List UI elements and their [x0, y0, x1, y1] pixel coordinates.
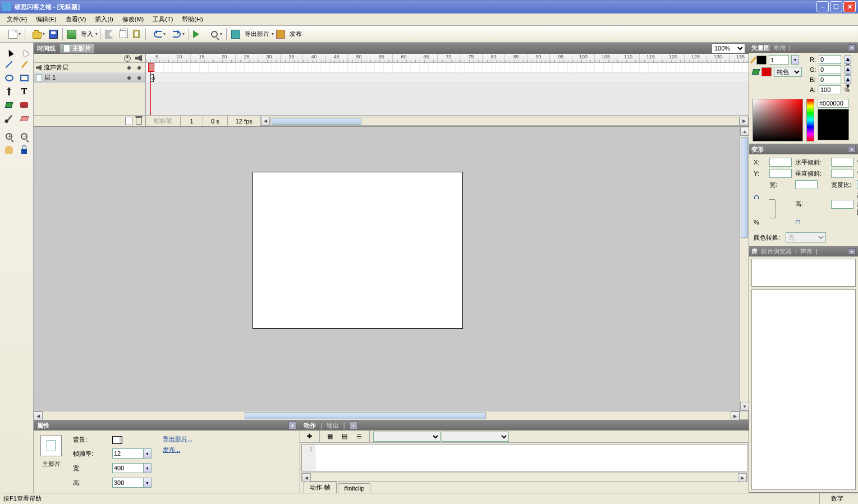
color-convert-select[interactable]: 无 [786, 232, 826, 242]
panel-menu[interactable]: ▾ [848, 44, 856, 51]
skew-v-input[interactable] [831, 169, 854, 178]
paste-button[interactable] [130, 28, 143, 41]
layer-vis-dot[interactable] [127, 76, 131, 80]
import-button[interactable] [65, 28, 79, 41]
publish-link[interactable]: 发布... [163, 446, 192, 454]
playhead[interactable] [150, 63, 151, 115]
copy-button[interactable] [116, 28, 130, 41]
tool-hand[interactable] [2, 144, 16, 156]
a-input[interactable] [819, 85, 841, 94]
collapse-button[interactable]: ▾ [350, 421, 357, 429]
tool-lock[interactable] [17, 144, 31, 156]
keyframe[interactable] [150, 74, 154, 82]
framerate-input[interactable] [112, 448, 144, 459]
tool-text[interactable]: T [17, 85, 31, 98]
color-picker[interactable] [753, 99, 803, 141]
publish-button[interactable] [274, 28, 287, 41]
export-link[interactable]: 导出影片... [163, 435, 192, 443]
canvas-area[interactable] [34, 127, 740, 411]
add-action-button[interactable]: ✚ [302, 430, 316, 443]
actions-header[interactable]: 动作 | 输出 | ▾ [300, 420, 749, 430]
preview-button[interactable] [205, 28, 224, 41]
g-input[interactable] [819, 65, 841, 74]
layer-lock-dot[interactable] [137, 66, 141, 70]
tool-select[interactable] [2, 45, 16, 57]
menu-tools[interactable]: 工具(T) [148, 14, 177, 25]
undo-button[interactable] [148, 28, 167, 41]
properties-header[interactable]: 属性 ▾ [34, 420, 300, 430]
frame-rows[interactable] [146, 63, 749, 115]
redo-button[interactable] [167, 28, 186, 41]
library-list[interactable] [751, 289, 856, 490]
width-input[interactable] [112, 463, 144, 473]
g-spinner[interactable]: ▲▼ [845, 65, 851, 74]
height-dd[interactable]: ▼ [144, 478, 152, 488]
canvas-vscroll[interactable]: ▲▼ [740, 127, 749, 411]
library-header[interactable]: 库 影片浏览器| 声音| ▾ [749, 246, 858, 256]
timeline-ruler[interactable]: 5101520253035404550556065707580859095100… [146, 54, 749, 63]
new-layer-button[interactable] [125, 117, 132, 125]
framerate-dd[interactable]: ▼ [144, 448, 152, 459]
stroke-width-dd[interactable]: ▼ [791, 55, 799, 65]
menu-edit[interactable]: 编辑(E) [31, 14, 61, 25]
collapse-button[interactable]: ▾ [288, 421, 296, 429]
scroll-right[interactable]: ▶ [740, 117, 749, 126]
tool-line[interactable] [2, 58, 16, 71]
menu-modify[interactable]: 修改(M) [118, 14, 149, 25]
code-hscroll[interactable]: ◀▶ [301, 473, 747, 482]
tool-oval[interactable] [2, 72, 16, 84]
visibility-icon[interactable] [124, 55, 131, 62]
export-movie-button[interactable] [229, 28, 242, 41]
save-button[interactable] [47, 28, 60, 41]
minimize-button[interactable]: – [816, 1, 829, 12]
panel-menu[interactable]: ▾ [848, 248, 856, 255]
tool-rect[interactable] [17, 72, 31, 84]
zoom-select[interactable]: 100% [712, 43, 745, 53]
y-input[interactable] [769, 169, 792, 178]
tool-pencil[interactable] [17, 58, 31, 71]
tool-pen[interactable] [2, 85, 16, 98]
action-tab[interactable]: #initclip [338, 483, 371, 493]
menu-insert[interactable]: 插入(I) [90, 14, 117, 25]
b-input[interactable] [819, 75, 841, 84]
hue-slider[interactable] [806, 99, 814, 141]
transform-header[interactable]: 变形 ▾ [749, 144, 858, 154]
import-label[interactable]: 导入 [79, 30, 95, 38]
b-spinner[interactable]: ▲▼ [845, 75, 851, 84]
menu-file[interactable]: 文件(F) [2, 14, 31, 25]
r-input[interactable] [819, 55, 841, 64]
layer-row[interactable]: 流声音层 [34, 63, 145, 73]
canvas-hscroll[interactable]: ◀▶ [34, 411, 740, 420]
tool-zoom-out[interactable] [17, 130, 31, 143]
action-tab[interactable]: 动作-帧 [304, 482, 337, 493]
menu-help[interactable]: 帮助(H) [177, 14, 207, 25]
close-button[interactable]: ✕ [843, 1, 856, 12]
export-movie-label[interactable]: 导出影片 [242, 30, 272, 38]
fill-swatch[interactable] [761, 67, 772, 76]
delete-layer-button[interactable] [136, 117, 142, 125]
layer-vis-dot[interactable] [127, 66, 131, 70]
stroke-width-input[interactable] [769, 55, 789, 65]
stage[interactable] [253, 172, 463, 329]
action-btn-2[interactable]: ▤ [338, 430, 351, 443]
x-input[interactable] [769, 158, 792, 167]
action-select-1[interactable] [373, 432, 441, 442]
h-input[interactable] [831, 200, 854, 209]
tool-zoom-in[interactable] [2, 130, 16, 143]
fill-type-select[interactable]: 纯色 [774, 67, 802, 77]
w-input[interactable] [795, 180, 818, 189]
sound-icon[interactable] [135, 55, 142, 62]
tool-eraser[interactable] [17, 112, 31, 125]
vector-header[interactable]: 矢量图 布局| ▾ [749, 43, 858, 53]
menu-view[interactable]: 查看(V) [61, 14, 91, 25]
stroke-swatch[interactable] [756, 56, 767, 65]
layer-row[interactable]: 层 1 [34, 73, 145, 83]
width-dd[interactable]: ▼ [144, 463, 152, 473]
open-button[interactable] [27, 28, 47, 41]
tool-ink[interactable] [17, 99, 31, 111]
scroll-left[interactable]: ◀ [261, 117, 270, 126]
new-button[interactable] [3, 28, 22, 41]
hex-input[interactable] [818, 99, 849, 108]
action-select-2[interactable] [442, 432, 509, 442]
code-area[interactable]: 1 [301, 444, 747, 471]
